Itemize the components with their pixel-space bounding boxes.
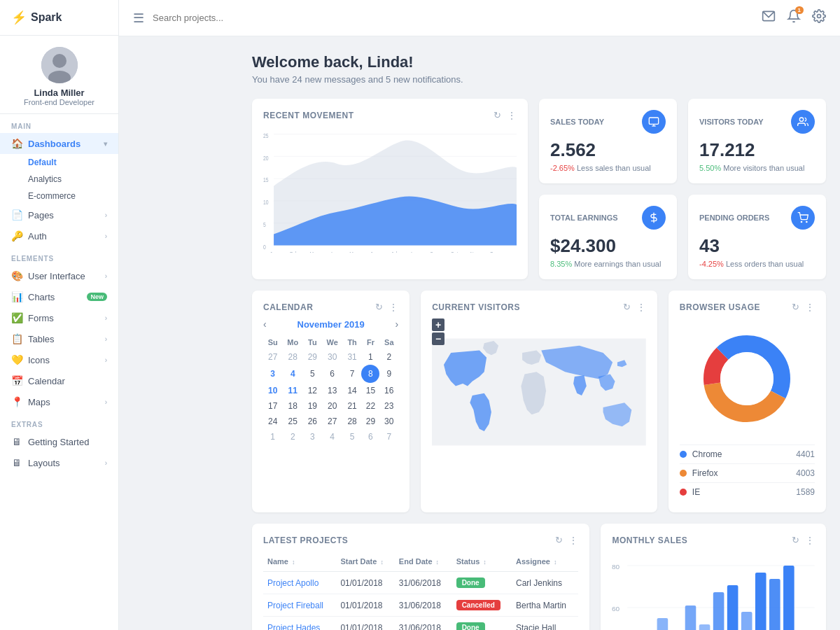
- calendar-day[interactable]: 19: [303, 398, 322, 414]
- calendar-day[interactable]: 7: [379, 429, 398, 444]
- calendar-day[interactable]: 4: [322, 429, 343, 444]
- sidebar-item-calendar[interactable]: 📅 Calendar: [0, 370, 118, 391]
- calendar-day[interactable]: 11: [282, 383, 303, 398]
- calendar-day[interactable]: 1: [263, 429, 282, 444]
- logo: ⚡ Spark: [0, 0, 118, 36]
- dashboards-label: Dashboards: [28, 139, 80, 149]
- calendar-day[interactable]: 5: [303, 365, 322, 383]
- browser-refresh[interactable]: ↻: [792, 302, 799, 313]
- map-zoom-out[interactable]: −: [432, 332, 444, 345]
- section-extras-label: Extras: [0, 412, 118, 431]
- calendar-day[interactable]: 4: [282, 365, 303, 383]
- sidebar-item-ui[interactable]: 🎨 User Interface ›: [0, 265, 118, 286]
- maps-label: Maps: [28, 397, 50, 407]
- calendar-day[interactable]: 28: [343, 414, 362, 429]
- sidebar-sub-analytics[interactable]: Analytics: [0, 171, 118, 188]
- sidebar-sub-ecommerce[interactable]: E-commerce: [0, 188, 118, 204]
- calendar-day[interactable]: 3: [303, 429, 322, 444]
- calendar-day[interactable]: 12: [303, 383, 322, 398]
- calendar-day[interactable]: 29: [303, 349, 322, 365]
- sidebar-item-icons[interactable]: 💛 Icons ›: [0, 349, 118, 370]
- sidebar-item-tables[interactable]: 📋 Tables ›: [0, 328, 118, 349]
- calendar-prev[interactable]: ‹: [263, 318, 267, 330]
- ui-label: User Interface: [28, 271, 85, 281]
- monthly-sales-menu[interactable]: ⋮: [805, 535, 815, 546]
- calendar-day[interactable]: 2: [282, 429, 303, 444]
- recent-movement-refresh[interactable]: ↻: [493, 110, 501, 121]
- calendar-day[interactable]: 26: [303, 414, 322, 429]
- calendar-day[interactable]: 30: [322, 349, 343, 365]
- getting-started-label: Getting Started: [28, 437, 89, 447]
- sidebar-item-maps[interactable]: 📍 Maps ›: [0, 391, 118, 412]
- tables-icon: 📋: [11, 333, 22, 344]
- ie-legend-item: IE 1589: [680, 482, 815, 501]
- visitors-refresh[interactable]: ↻: [623, 302, 631, 313]
- mail-button[interactable]: [762, 9, 776, 27]
- calendar-day[interactable]: 16: [379, 383, 398, 398]
- map-zoom-in[interactable]: +: [432, 318, 444, 331]
- calendar-day[interactable]: 10: [263, 383, 282, 398]
- calendar-next[interactable]: ›: [395, 318, 398, 330]
- calendar-day[interactable]: 3: [263, 365, 282, 383]
- calendar-day[interactable]: 29: [361, 414, 379, 429]
- sidebar-sub-default[interactable]: Default: [0, 154, 118, 171]
- svg-text:5: 5: [263, 221, 266, 228]
- calendar-day[interactable]: 27: [322, 414, 343, 429]
- calendar-day[interactable]: 24: [263, 414, 282, 429]
- calendar-day[interactable]: 7: [343, 365, 362, 383]
- calendar-day[interactable]: 14: [343, 383, 362, 398]
- calendar-refresh[interactable]: ↻: [375, 302, 383, 313]
- sidebar-item-dashboards[interactable]: 🏠 Dashboards ▾: [0, 133, 118, 154]
- sidebar-item-layouts[interactable]: 🖥 Layouts ›: [0, 452, 118, 473]
- browser-menu[interactable]: ⋮: [805, 302, 815, 313]
- sidebar-item-getting-started[interactable]: 🖥 Getting Started: [0, 431, 118, 452]
- calendar-day[interactable]: 17: [263, 398, 282, 414]
- calendar-day[interactable]: 30: [379, 414, 398, 429]
- calendar-day[interactable]: 8: [361, 365, 379, 383]
- sidebar-item-charts[interactable]: 📊 Charts New: [0, 286, 118, 307]
- calendar-day[interactable]: 22: [361, 398, 379, 414]
- visitors-menu[interactable]: ⋮: [636, 302, 646, 313]
- calendar-day[interactable]: 25: [282, 414, 303, 429]
- calendar-day[interactable]: 6: [361, 429, 379, 444]
- calendar-day[interactable]: 2: [379, 349, 398, 365]
- calendar-menu[interactable]: ⋮: [388, 302, 398, 313]
- calendar-day[interactable]: 28: [282, 349, 303, 365]
- calendar-day[interactable]: 27: [263, 349, 282, 365]
- hamburger-icon[interactable]: ☰: [133, 10, 144, 26]
- projects-refresh[interactable]: ↻: [555, 535, 563, 546]
- sidebar-item-pages[interactable]: 📄 Pages ›: [0, 204, 118, 225]
- calendar-day[interactable]: 5: [343, 429, 362, 444]
- project-name[interactable]: Project Fireball: [263, 594, 336, 617]
- calendar-day[interactable]: 21: [343, 398, 362, 414]
- recent-movement-menu[interactable]: ⋮: [507, 110, 517, 121]
- project-name[interactable]: Project Apollo: [263, 572, 336, 594]
- maps-chevron: ›: [105, 398, 107, 406]
- topbar-actions: 1: [762, 9, 826, 27]
- search-input[interactable]: [153, 13, 753, 23]
- notifications-button[interactable]: 1: [787, 9, 801, 27]
- ui-icon: 🎨: [11, 270, 22, 281]
- calendar-day[interactable]: 13: [322, 383, 343, 398]
- calendar-day[interactable]: 18: [282, 398, 303, 414]
- sidebar-item-auth[interactable]: 🔑 Auth ›: [0, 225, 118, 246]
- project-name[interactable]: Project Hades: [263, 617, 336, 631]
- calendar-day[interactable]: 23: [379, 398, 398, 414]
- calendar-day[interactable]: 15: [361, 383, 379, 398]
- projects-menu[interactable]: ⋮: [568, 535, 578, 546]
- calendar-day[interactable]: 31: [343, 349, 362, 365]
- table-row: Project Hades 01/01/2018 31/06/2018 Done…: [263, 617, 578, 631]
- layouts-chevron: ›: [105, 459, 107, 467]
- calendar-day[interactable]: 6: [322, 365, 343, 383]
- world-map: + −: [432, 318, 646, 472]
- svg-text:80: 80: [612, 563, 620, 570]
- calendar-day[interactable]: 1: [361, 349, 379, 365]
- calendar-day[interactable]: 20: [322, 398, 343, 414]
- sidebar: ⚡ Spark Linda Miller Front-end Developer…: [0, 0, 119, 630]
- sidebar-item-forms[interactable]: ✅ Forms ›: [0, 307, 118, 328]
- svg-text:Mar: Mar: [310, 251, 318, 253]
- monthly-sales-refresh[interactable]: ↻: [792, 535, 799, 546]
- recent-movement-chart: 0 5 10 15 20 25: [263, 127, 517, 253]
- calendar-day[interactable]: 9: [379, 365, 398, 383]
- settings-button[interactable]: [812, 9, 826, 27]
